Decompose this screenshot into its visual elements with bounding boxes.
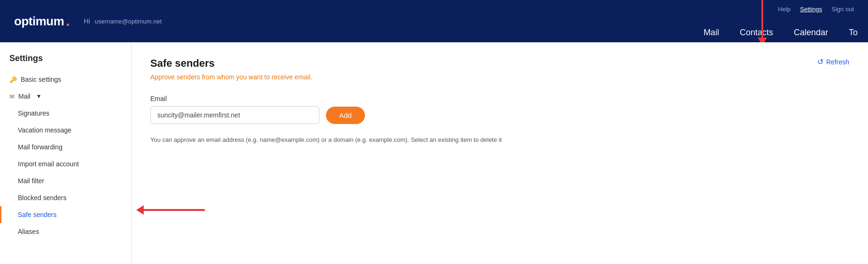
email-input[interactable] — [150, 106, 319, 124]
sidebar-item-label: Blocked senders — [18, 194, 67, 202]
sidebar-item-filter[interactable]: Mail filter — [0, 172, 131, 189]
add-button[interactable]: Add — [326, 107, 365, 124]
logo-dot: . — [66, 13, 70, 29]
logo: optimum. — [14, 13, 70, 29]
sidebar-item-label: Import email account — [18, 160, 79, 168]
sidebar: Settings 🔑 Basic settings ✉ Mail ▼ Signa… — [0, 42, 132, 264]
hint-text: You can approve an email address (e.g. n… — [150, 135, 849, 145]
nav-todo[interactable]: To — [838, 23, 868, 42]
header-nav-bottom: Mail Contacts Calendar To — [693, 23, 868, 42]
refresh-label: Refresh — [826, 58, 849, 66]
page-subtitle: Approve senders from whom you want to re… — [150, 73, 849, 81]
nav-contacts[interactable]: Contacts — [729, 23, 783, 42]
nav-mail[interactable]: Mail — [693, 23, 729, 42]
nav-signout[interactable]: Sign out — [831, 6, 854, 13]
nav-help[interactable]: Help — [778, 6, 791, 13]
refresh-icon: ↺ — [817, 57, 823, 66]
mail-icon: ✉ — [9, 93, 15, 100]
logo-text: optimum — [14, 14, 64, 29]
sidebar-item-label: Mail — [18, 93, 31, 100]
sidebar-item-import[interactable]: Import email account — [0, 155, 131, 172]
sidebar-item-blocked[interactable]: Blocked senders — [0, 189, 131, 206]
main-content: ↺ Refresh Safe senders Approve senders f… — [132, 42, 868, 264]
nav-calendar[interactable]: Calendar — [783, 23, 838, 42]
sidebar-item-label: Safe senders — [18, 211, 57, 218]
sidebar-item-aliases[interactable]: Aliases — [0, 223, 131, 240]
header-username: username@optimum.net — [95, 18, 162, 25]
sidebar-item-label: Mail forwarding — [18, 143, 62, 151]
sidebar-item-label: Signatures — [18, 109, 49, 117]
sidebar-item-label: Aliases — [18, 228, 39, 235]
sidebar-item-label: Basic settings — [21, 76, 61, 83]
sidebar-item-signatures[interactable]: Signatures — [0, 105, 131, 122]
sidebar-item-mail[interactable]: ✉ Mail ▼ — [0, 88, 131, 105]
header: optimum. Hi username@optimum.net Help Se… — [0, 0, 868, 42]
key-icon: 🔑 — [9, 76, 17, 83]
page-wrapper: optimum. Hi username@optimum.net Help Se… — [0, 0, 868, 264]
form-row: Add — [150, 106, 849, 124]
email-form: Email Add You can approve an email addre… — [150, 95, 849, 145]
sidebar-item-label: Vacation message — [18, 126, 71, 134]
page-title: Safe senders — [150, 57, 849, 70]
layout: Settings 🔑 Basic settings ✉ Mail ▼ Signa… — [0, 42, 868, 264]
refresh-button[interactable]: ↺ Refresh — [817, 57, 849, 66]
sidebar-item-safe-senders[interactable]: Safe senders — [0, 206, 131, 223]
header-greeting: Hi username@optimum.net — [84, 17, 162, 25]
sidebar-item-label: Mail filter — [18, 177, 44, 185]
dropdown-icon: ▼ — [36, 93, 42, 100]
sidebar-item-forwarding[interactable]: Mail forwarding — [0, 139, 131, 155]
sidebar-title: Settings — [0, 50, 131, 71]
sidebar-item-basic-settings[interactable]: 🔑 Basic settings — [0, 71, 131, 88]
email-label: Email — [150, 95, 849, 102]
sidebar-item-vacation[interactable]: Vacation message — [0, 122, 131, 139]
nav-settings[interactable]: Settings — [800, 6, 822, 13]
header-nav-top: Help Settings Sign out — [778, 6, 854, 13]
